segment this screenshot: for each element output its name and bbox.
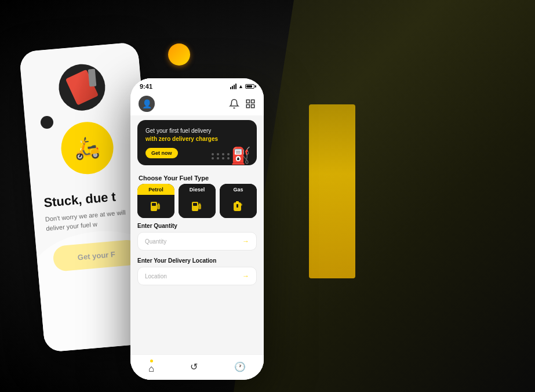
quantity-placeholder: Quantity	[145, 238, 166, 245]
svg-rect-9	[193, 203, 197, 206]
fuel-card-petrol[interactable]: Petrol	[137, 184, 174, 218]
fuel-label-gas: Gas	[220, 184, 257, 195]
svg-rect-11	[199, 203, 201, 205]
location-input-section: Enter Your Delivery Location Location →	[130, 253, 264, 288]
status-bar: 9:41 ▲	[130, 78, 264, 92]
fuel-card-diesel[interactable]: Diesel	[179, 184, 216, 218]
fuel-icon-area-gas	[220, 195, 257, 218]
history-nav-icon: 🕐	[234, 361, 246, 372]
fuel-icon-area-diesel	[179, 195, 216, 218]
orders-nav-icon: ↺	[190, 361, 198, 372]
fuel-label-diesel: Diesel	[179, 184, 216, 195]
header-avatar[interactable]: 👤	[139, 96, 155, 112]
svg-point-15	[240, 204, 242, 206]
deco-circle-orange	[168, 43, 190, 66]
quantity-arrow-icon: →	[242, 237, 249, 245]
fuel-icon-area-petrol	[137, 195, 174, 218]
nav-active-dot	[150, 360, 153, 362]
battery-icon	[245, 84, 254, 89]
location-arrow-icon: →	[242, 272, 249, 280]
back-phone-title: Stuck, due t	[43, 187, 140, 211]
svg-rect-14	[236, 204, 238, 208]
promo-gas-emoji-icon: ⛽	[231, 146, 251, 165]
fuel-label-petrol: Petrol	[137, 184, 174, 195]
svg-rect-7	[158, 203, 159, 205]
location-section-label: Enter Your Delivery Location	[137, 257, 257, 264]
nav-item-orders[interactable]: ↺	[190, 361, 198, 372]
fuel-card-gas[interactable]: Gas	[220, 184, 257, 218]
promo-banner: Get your first fuel delivery with zero d…	[137, 120, 257, 165]
quantity-section-label: Enter Quantity	[137, 223, 257, 229]
promo-get-now-button[interactable]: Get now	[145, 148, 178, 158]
back-phone-avatar	[57, 62, 107, 112]
deco-circle-sm	[41, 116, 53, 129]
back-phone-yellow-circle: 🛵	[59, 120, 115, 177]
bell-icon[interactable]	[229, 99, 239, 109]
car-yellow-accent	[309, 104, 355, 278]
promo-highlight: with zero delivery charges	[145, 136, 218, 142]
location-placeholder: Location	[145, 273, 167, 280]
svg-rect-0	[246, 100, 249, 103]
status-time: 9:41	[140, 83, 152, 90]
scooter-icon: 🛵	[73, 135, 101, 161]
phone-screen: 9:41 ▲ 👤	[130, 78, 264, 380]
wifi-icon: ▲	[238, 84, 243, 89]
grid-icon[interactable]	[245, 99, 256, 109]
promo-text: Get your first fuel delivery with zero d…	[145, 127, 221, 143]
svg-rect-3	[252, 105, 254, 108]
location-input-field[interactable]: Location →	[137, 267, 257, 285]
signal-bars-icon	[230, 84, 236, 89]
bottom-nav: ⌂ ↺ 🕐	[130, 354, 264, 380]
fuel-types-container: Petrol Diesel	[130, 184, 264, 218]
back-phone-subtitle: Don't worry we are at we will deliver yo…	[45, 207, 141, 233]
quantity-input-section: Enter Quantity Quantity →	[130, 218, 264, 253]
quantity-input-field[interactable]: Quantity →	[137, 232, 257, 251]
diesel-pump-icon	[190, 199, 204, 213]
nav-item-history[interactable]: 🕐	[234, 361, 246, 372]
nav-item-home[interactable]: ⌂	[148, 360, 154, 374]
home-nav-icon: ⌂	[148, 364, 154, 374]
svg-rect-5	[152, 203, 156, 206]
fuel-section-title: Choose Your Fuel Type	[130, 170, 264, 184]
status-icons: ▲	[230, 84, 254, 89]
phone-front: 9:41 ▲ 👤	[130, 78, 264, 380]
app-header: 👤	[130, 92, 264, 115]
promo-dots	[212, 153, 231, 159]
svg-rect-1	[252, 100, 254, 103]
svg-rect-13	[236, 201, 239, 204]
header-icons	[229, 99, 256, 109]
petrol-pump-icon	[149, 199, 163, 213]
svg-rect-2	[246, 105, 249, 108]
gas-canister-icon	[231, 199, 245, 213]
